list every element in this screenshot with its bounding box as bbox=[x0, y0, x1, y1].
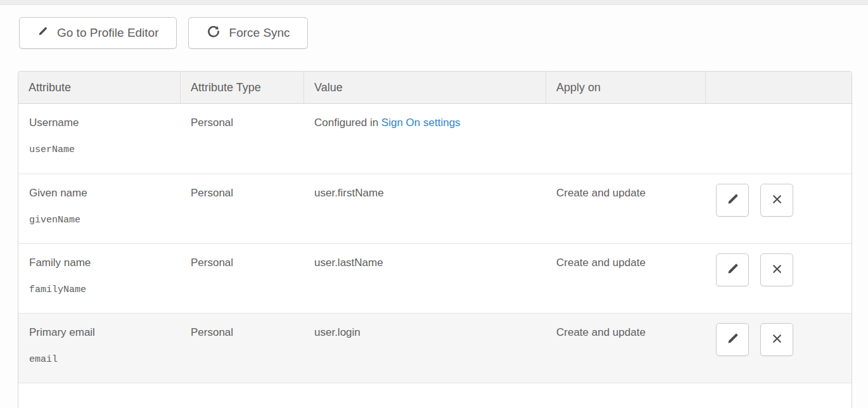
header-attribute: Attribute bbox=[18, 72, 180, 104]
actions-cell bbox=[705, 174, 852, 243]
value-text: Configured in bbox=[314, 117, 381, 129]
close-icon bbox=[770, 192, 784, 208]
edit-attribute-button[interactable] bbox=[716, 323, 749, 356]
attribute-variable-name: userName bbox=[29, 144, 170, 155]
attribute-type-cell: Personal bbox=[180, 313, 303, 383]
empty-cell bbox=[18, 383, 852, 408]
actions-cell bbox=[705, 313, 852, 383]
top-divider bbox=[0, 0, 868, 5]
attribute-mapping-table: Attribute Attribute Type Value Apply on … bbox=[18, 71, 852, 408]
pencil-icon bbox=[37, 25, 49, 41]
value-cell: user.login bbox=[303, 313, 546, 383]
header-actions bbox=[705, 72, 852, 104]
actions-cell bbox=[705, 243, 852, 313]
table-row-empty bbox=[18, 383, 852, 408]
attribute-variable-name: email bbox=[29, 354, 170, 365]
delete-attribute-button[interactable] bbox=[760, 253, 793, 286]
table-row: Username userName Personal Configured in… bbox=[18, 104, 852, 174]
edit-attribute-button[interactable] bbox=[716, 184, 749, 217]
go-to-profile-editor-label: Go to Profile Editor bbox=[57, 26, 159, 40]
apply-on-cell: Create and update bbox=[546, 243, 705, 313]
value-cell: Configured in Sign On settings bbox=[303, 104, 546, 174]
apply-on-cell: Create and update bbox=[546, 313, 705, 383]
refresh-icon bbox=[206, 24, 221, 42]
pencil-icon bbox=[725, 262, 740, 278]
table-header: Attribute Attribute Type Value Apply on bbox=[18, 72, 852, 104]
attribute-label: Primary email bbox=[29, 326, 170, 339]
attribute-type-cell: Personal bbox=[180, 104, 303, 174]
actions-cell bbox=[705, 104, 852, 174]
go-to-profile-editor-button[interactable]: Go to Profile Editor bbox=[19, 17, 177, 49]
apply-on-cell: Create and update bbox=[546, 174, 705, 243]
force-sync-label: Force Sync bbox=[229, 26, 290, 40]
force-sync-button[interactable]: Force Sync bbox=[188, 17, 308, 49]
close-icon bbox=[770, 331, 784, 348]
attribute-label: Family name bbox=[29, 257, 170, 269]
delete-attribute-button[interactable] bbox=[760, 323, 793, 356]
apply-on-cell bbox=[546, 104, 705, 174]
table-row: Family name familyName Personal user.las… bbox=[18, 243, 852, 313]
pencil-icon bbox=[725, 192, 740, 208]
attribute-label: Given name bbox=[29, 187, 170, 200]
attribute-variable-name: givenName bbox=[29, 215, 170, 226]
attribute-variable-name: familyName bbox=[29, 284, 170, 295]
value-cell: user.lastName bbox=[303, 243, 546, 313]
sign-on-settings-link[interactable]: Sign On settings bbox=[381, 117, 461, 129]
delete-attribute-button[interactable] bbox=[760, 184, 793, 217]
toolbar: Go to Profile Editor Force Sync bbox=[19, 17, 308, 49]
attribute-label: Username bbox=[29, 117, 170, 129]
pencil-icon bbox=[725, 331, 740, 348]
edit-attribute-button[interactable] bbox=[716, 253, 749, 286]
attribute-cell: Family name familyName bbox=[18, 243, 180, 313]
header-attribute-type: Attribute Type bbox=[180, 72, 303, 104]
header-apply-on: Apply on bbox=[546, 72, 705, 104]
header-value: Value bbox=[303, 72, 546, 104]
close-icon bbox=[770, 262, 784, 278]
attribute-type-cell: Personal bbox=[180, 174, 303, 243]
attribute-cell: Username userName bbox=[18, 104, 180, 174]
attribute-cell: Primary email email bbox=[18, 313, 180, 383]
attribute-type-cell: Personal bbox=[180, 243, 303, 313]
attribute-cell: Given name givenName bbox=[18, 174, 180, 243]
table-row: Given name givenName Personal user.first… bbox=[18, 174, 852, 243]
table-row: Primary email email Personal user.login … bbox=[18, 313, 852, 383]
value-cell: user.firstName bbox=[303, 174, 546, 243]
